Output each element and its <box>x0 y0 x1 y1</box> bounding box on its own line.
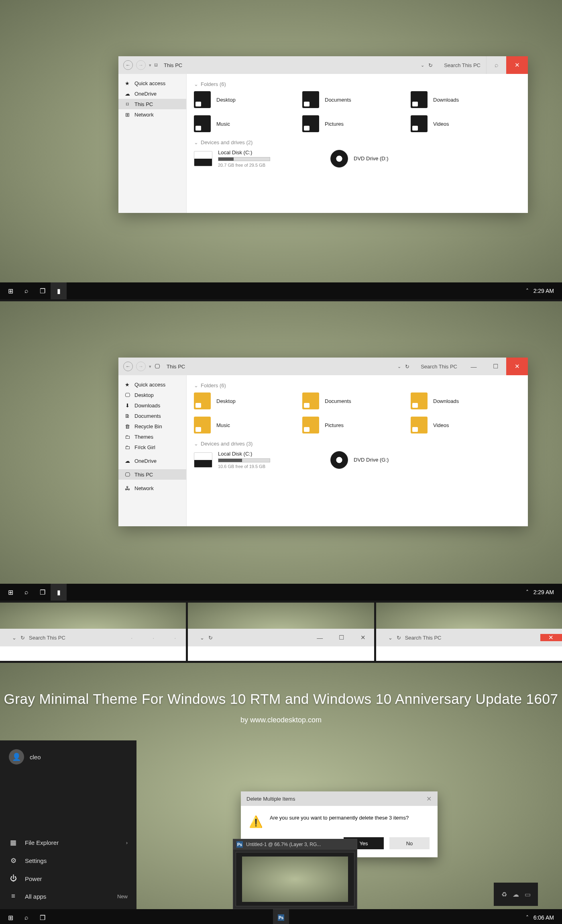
start-button[interactable]: ⊞ <box>2 909 18 924</box>
desktop-panel-1: ← → ▾ ⌑ This PC ⌄ ↻ Search This PC ⌕ ✕ ★… <box>0 0 562 299</box>
sidebar-onedrive[interactable]: ☁OneDrive <box>118 456 186 466</box>
sidebar-this-pc[interactable]: 🖵This PC <box>118 469 186 480</box>
dvd-drive[interactable]: DVD Drive (G:) <box>330 451 451 469</box>
folder-pictures[interactable]: Pictures <box>302 417 395 433</box>
folder-pictures[interactable]: Pictures <box>302 115 395 132</box>
explorer-taskbar-icon[interactable]: ▮ <box>51 282 67 299</box>
start-settings[interactable]: ⚙Settings <box>0 852 136 870</box>
start-menu: 👤 cleo ▦File Explorer› ⚙Settings ⏻Power … <box>0 740 136 909</box>
search-button[interactable]: ⌕ <box>18 909 35 924</box>
folders-header[interactable]: Folders (6) <box>194 382 521 388</box>
maximize-button[interactable]: ☐ <box>331 634 352 641</box>
clock[interactable]: 2:29 AM <box>533 589 554 595</box>
folder-documents[interactable]: Documents <box>302 91 395 108</box>
local-disk[interactable]: Local Disk (C:) 10.6 GB free of 19.5 GB <box>194 451 314 469</box>
address-title[interactable]: This PC <box>167 364 185 370</box>
sidebar-desktop[interactable]: 🖵Desktop <box>118 390 186 400</box>
close-button[interactable]: ✕ <box>540 634 562 641</box>
photoshop-icon: Ps <box>278 914 284 921</box>
explorer-taskbar-icon[interactable]: ▮ <box>51 584 67 601</box>
refresh-icon[interactable]: ↻ <box>405 364 409 370</box>
tray-chevron[interactable]: ˄ <box>526 914 529 921</box>
start-button[interactable]: ⊞ <box>2 282 18 299</box>
search-placeholder[interactable]: Search This PC <box>444 62 481 68</box>
tray-icon[interactable]: ☁ <box>513 891 519 898</box>
sidebar-recycle[interactable]: 🗑Recycle Bin <box>118 421 186 431</box>
folder-downloads[interactable]: Downloads <box>411 91 503 108</box>
chevron-down-icon[interactable]: ⌄ <box>421 63 424 68</box>
sidebar-quick-access[interactable]: ★Quick access <box>118 78 186 88</box>
close-button[interactable]: ✕ <box>506 56 528 74</box>
folder-downloads[interactable]: Downloads <box>411 392 503 409</box>
folder-music[interactable]: Music <box>194 417 286 433</box>
task-view-button[interactable]: ❐ <box>35 909 51 924</box>
clock[interactable]: 2:29 AM <box>533 288 554 294</box>
tray-chevron[interactable]: ˄ <box>526 589 529 595</box>
forward-button[interactable]: → <box>136 60 146 70</box>
close-button[interactable]: · <box>164 634 186 641</box>
ps-titlebar: Ps Untitled-1 @ 66.7% (Layer 3, RG... <box>233 839 357 850</box>
minimize-button[interactable]: — <box>309 634 331 641</box>
chevron-down-icon[interactable]: ⌄ <box>397 364 401 369</box>
minimize-button[interactable]: — <box>463 358 485 375</box>
folder-icon: 🗀 <box>124 444 130 450</box>
folder-documents[interactable]: Documents <box>302 392 395 409</box>
sidebar-network[interactable]: 🖧Network <box>118 483 186 493</box>
close-button[interactable]: ✕ <box>352 634 374 641</box>
start-button[interactable]: ⊞ <box>2 584 18 601</box>
dvd-label: DVD Drive (G:) <box>354 457 389 463</box>
hero: Gray Minimal Theme For Windows 10 RTM an… <box>0 691 562 724</box>
start-all-apps[interactable]: ≡All appsNew <box>0 887 136 905</box>
tray-icon[interactable]: ♻ <box>501 891 507 898</box>
taskbar: ⊞ ⌕ ❐ ▮ ˄ 2:29 AM <box>0 282 562 299</box>
sidebar-this-pc[interactable]: ⌑This PC <box>118 99 186 109</box>
dvd-drive[interactable]: DVD Drive (D:) <box>330 149 451 168</box>
clock[interactable]: 6:06 AM <box>533 914 554 921</box>
maximize-button[interactable]: ☐ <box>485 358 506 375</box>
sidebar-themes[interactable]: 🗀Themes <box>118 431 186 442</box>
search-button[interactable]: ⌕ <box>18 584 35 601</box>
sidebar-network[interactable]: ⊞Network <box>118 109 186 120</box>
ps-title: Untitled-1 @ 66.7% (Layer 3, RG... <box>246 842 321 847</box>
maximize-button[interactable]: · <box>143 634 164 641</box>
folders-header[interactable]: Folders (6) <box>194 81 521 87</box>
dropdown-chevron[interactable]: ▾ <box>149 364 151 369</box>
sidebar-quick-access[interactable]: ★Quick access <box>118 379 186 390</box>
start-file-explorer[interactable]: ▦File Explorer› <box>0 834 136 852</box>
dropdown-chevron[interactable]: ▾ <box>149 63 151 68</box>
hero-title: Gray Minimal Theme For Windows 10 RTM an… <box>0 691 562 707</box>
devices-header[interactable]: Devices and drives (3) <box>194 441 521 447</box>
sidebar-onedrive[interactable]: ☁OneDrive <box>118 88 186 99</box>
start-user[interactable]: 👤 cleo <box>0 740 136 773</box>
sidebar-documents[interactable]: 🗎Documents <box>118 411 186 421</box>
close-button[interactable]: ✕ <box>420 795 438 803</box>
folder-videos[interactable]: Videos <box>411 417 503 433</box>
folder-videos[interactable]: Videos <box>411 115 503 132</box>
tray-icon[interactable]: ▭ <box>525 891 531 898</box>
search-button[interactable]: ⌕ <box>18 282 35 299</box>
refresh-icon[interactable]: ↻ <box>428 62 433 68</box>
photoshop-taskbar-icon[interactable]: Ps <box>273 909 289 924</box>
search-icon[interactable]: ⌕ <box>486 56 506 74</box>
task-view-button[interactable]: ❐ <box>35 282 51 299</box>
devices-header[interactable]: Devices and drives (2) <box>194 139 521 145</box>
search-placeholder[interactable]: Search This PC <box>421 364 457 370</box>
thumb-variant-1: ⌄↻Search This PC · · · <box>0 603 186 661</box>
task-view-button[interactable]: ❐ <box>35 584 51 601</box>
sidebar-downloads[interactable]: ⬇Downloads <box>118 400 186 411</box>
close-button[interactable]: ✕ <box>506 358 528 375</box>
local-disk[interactable]: Local Disk (C:) 20.7 GB free of 29.5 GB <box>194 149 314 168</box>
tray-chevron[interactable]: ˄ <box>526 288 529 294</box>
back-button[interactable]: ← <box>123 362 133 371</box>
sidebar-custom[interactable]: 🗀F#ck Girl <box>118 442 186 452</box>
back-button[interactable]: ← <box>123 60 133 70</box>
minimize-button[interactable]: · <box>121 634 143 641</box>
folder-desktop[interactable]: Desktop <box>194 392 286 409</box>
forward-button[interactable]: → <box>136 362 146 371</box>
no-button[interactable]: No <box>389 837 430 849</box>
folder-music[interactable]: Music <box>194 115 286 132</box>
address-title[interactable]: This PC <box>164 62 182 68</box>
folder-desktop[interactable]: Desktop <box>194 91 286 108</box>
start-power[interactable]: ⏻Power <box>0 870 136 887</box>
photoshop-preview[interactable]: Ps Untitled-1 @ 66.7% (Layer 3, RG... <box>233 839 357 909</box>
